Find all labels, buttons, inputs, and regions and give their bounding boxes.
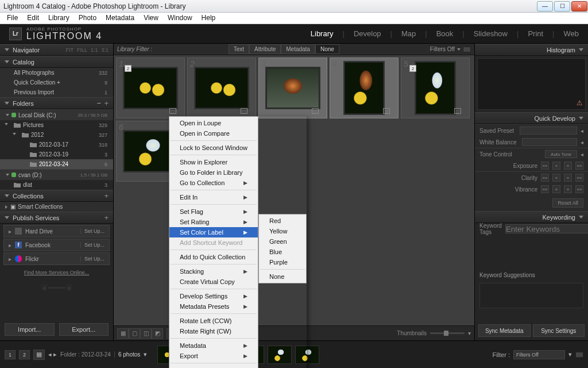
- module-book[interactable]: Book: [436, 29, 454, 38]
- smart-collections-row[interactable]: ▣Smart Collections: [0, 202, 113, 212]
- keyword-input[interactable]: [505, 224, 588, 233]
- step-button[interactable]: »»: [575, 162, 583, 170]
- export-button[interactable]: Export...: [59, 323, 109, 336]
- color-label-yellow[interactable]: Yellow: [259, 226, 306, 236]
- switch-icon[interactable]: [575, 352, 583, 358]
- folder-row[interactable]: Pictures329: [0, 120, 113, 130]
- module-web[interactable]: Web: [564, 29, 579, 38]
- module-map[interactable]: Map: [401, 29, 416, 38]
- menu-view[interactable]: View: [139, 13, 163, 24]
- color-label-purple[interactable]: Purple: [259, 257, 306, 267]
- filters-off-toggle[interactable]: Filters Off: [430, 46, 471, 52]
- step-button[interactable]: »: [564, 162, 572, 170]
- grid-cell[interactable]: 2⬚: [187, 57, 256, 118]
- catalog-header[interactable]: Catalog: [0, 56, 113, 68]
- folder-row[interactable]: 2012-03-193: [0, 150, 113, 159]
- disk-row[interactable]: Local Disk (C:)29.3 / 58.5 GB: [0, 109, 113, 120]
- menu-help[interactable]: Help: [197, 13, 220, 24]
- step-button[interactable]: »: [564, 185, 572, 193]
- filter-tab-text[interactable]: Text: [229, 44, 249, 54]
- plus-icon[interactable]: +: [104, 191, 109, 200]
- context-item[interactable]: Show in Explorer: [169, 157, 258, 167]
- publish-service-row[interactable]: ▸FlickrSet Up...: [3, 252, 110, 265]
- color-label-blue[interactable]: Blue: [259, 247, 306, 257]
- page-1-button[interactable]: 1: [5, 350, 16, 359]
- find-more-services-link[interactable]: Find More Services Online...: [0, 266, 113, 279]
- context-item[interactable]: Edit In▶: [169, 192, 258, 202]
- catalog-row[interactable]: Quick Collection +9: [0, 78, 113, 87]
- menu-library[interactable]: Library: [44, 13, 74, 24]
- module-print[interactable]: Print: [528, 29, 543, 38]
- filter-dropdown-icon[interactable]: ▾: [568, 351, 572, 358]
- module-slideshow[interactable]: Slideshow: [474, 29, 508, 38]
- step-button[interactable]: «: [552, 185, 560, 193]
- step-button[interactable]: »»: [575, 185, 583, 193]
- publish-service-row[interactable]: ▸Hard DriveSet Up...: [3, 225, 110, 237]
- context-item[interactable]: Go to Collection▶: [169, 178, 258, 188]
- step-button[interactable]: ««: [541, 162, 549, 170]
- switch-icon[interactable]: [463, 47, 471, 52]
- view-mode-buttons[interactable]: ▦ ▢ ◫ ◩: [117, 328, 163, 339]
- folder-row[interactable]: dlat3: [0, 180, 113, 190]
- color-label-red[interactable]: Red: [259, 216, 306, 226]
- quick-develop-header[interactable]: Quick Develop: [475, 112, 588, 124]
- grid-cell[interactable]: 4⬚: [330, 57, 399, 118]
- plus-icon[interactable]: +: [104, 99, 109, 108]
- step-button[interactable]: »: [564, 174, 572, 182]
- plus-icon[interactable]: +: [104, 213, 109, 222]
- grid-cell[interactable]: 3⬚: [258, 57, 327, 118]
- grid-icon[interactable]: ▦: [33, 350, 45, 360]
- auto-tone-button[interactable]: Auto Tone: [545, 150, 577, 158]
- context-item[interactable]: Go to Folder in Library: [169, 167, 258, 178]
- step-button[interactable]: ««: [541, 185, 549, 193]
- filter-tab-attribute[interactable]: Attribute: [249, 44, 281, 54]
- compare-view-icon[interactable]: ◫: [140, 328, 152, 339]
- context-item[interactable]: Email Photos...: [169, 365, 258, 368]
- context-item[interactable]: Add to Quick Collection: [169, 252, 258, 262]
- catalog-row[interactable]: Previous Import1: [0, 87, 113, 97]
- navigator-zoom-options[interactable]: FITFILL1:13:1: [65, 47, 109, 53]
- menu-file[interactable]: File: [2, 13, 22, 24]
- step-button[interactable]: ««: [541, 174, 549, 182]
- step-button[interactable]: »»: [575, 174, 583, 182]
- menu-window[interactable]: Window: [163, 13, 197, 24]
- color-label-none[interactable]: None: [259, 271, 306, 282]
- step-button[interactable]: «: [552, 174, 560, 182]
- grid-cell[interactable]: 52⬚: [401, 57, 470, 118]
- close-button[interactable]: ✕: [571, 1, 587, 12]
- collections-header[interactable]: Collections +: [0, 190, 113, 202]
- thumbnail-size-control[interactable]: Thumbnails ▾: [397, 330, 471, 336]
- filter-tab-metadata[interactable]: Metadata: [281, 44, 315, 54]
- folder-row[interactable]: 2012-03-17318: [0, 140, 113, 150]
- sync-settings-button[interactable]: Sync Settings: [533, 324, 585, 337]
- context-item[interactable]: Set Rating▶: [169, 217, 258, 227]
- white-balance-select[interactable]: [522, 138, 577, 146]
- survey-view-icon[interactable]: ◩: [152, 328, 163, 339]
- disk-row[interactable]: cvan (D:)1.5 / 39.1 GB: [0, 169, 113, 180]
- menu-photo[interactable]: Photo: [74, 13, 101, 24]
- saved-preset-select[interactable]: [520, 126, 577, 135]
- minimize-button[interactable]: —: [537, 1, 553, 12]
- chevron-right-icon[interactable]: ◂: [581, 139, 583, 145]
- loupe-view-icon[interactable]: ▢: [129, 328, 140, 339]
- context-item[interactable]: Export▶: [169, 351, 258, 361]
- step-button[interactable]: «: [552, 162, 560, 170]
- page-2-button[interactable]: 2: [19, 350, 30, 359]
- filter-tab-none[interactable]: None: [315, 44, 339, 54]
- grid-view-icon[interactable]: ▦: [117, 328, 129, 339]
- folder-row[interactable]: 2012327: [0, 130, 113, 140]
- context-item[interactable]: Stacking▶: [169, 266, 258, 277]
- sync-metadata-button[interactable]: Sync Metadata: [478, 324, 531, 337]
- filter-select[interactable]: Filters Off: [513, 350, 565, 359]
- context-item[interactable]: Set Flag▶: [169, 206, 258, 217]
- folders-header[interactable]: Folders –+: [0, 97, 113, 109]
- context-item[interactable]: Metadata Presets▶: [169, 301, 258, 312]
- maximize-button[interactable]: ☐: [554, 1, 570, 12]
- context-item[interactable]: Rotate Left (CCW): [169, 316, 258, 326]
- context-menu[interactable]: Open in LoupeOpen in CompareLock to Seco…: [169, 116, 307, 368]
- grid-cell[interactable]: 12⬚: [116, 57, 185, 118]
- module-develop[interactable]: Develop: [354, 29, 381, 38]
- menu-metadata[interactable]: Metadata: [101, 13, 139, 24]
- thumbnail-slider[interactable]: [430, 332, 465, 334]
- catalog-row[interactable]: All Photographs332: [0, 68, 113, 78]
